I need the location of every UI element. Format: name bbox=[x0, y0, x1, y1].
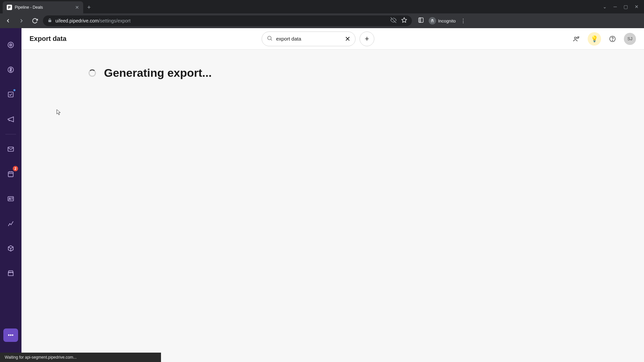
browser-back-button[interactable] bbox=[3, 15, 13, 26]
sidebar-item-deals[interactable] bbox=[4, 63, 17, 76]
lock-icon bbox=[48, 18, 52, 23]
address-bar[interactable]: uifeed.pipedrive.com/settings/export bbox=[43, 15, 412, 26]
help-button[interactable] bbox=[606, 32, 619, 46]
svg-point-13 bbox=[575, 37, 577, 39]
svg-point-11 bbox=[9, 198, 10, 199]
clear-search-icon[interactable]: ✕ bbox=[345, 35, 351, 43]
bookmark-star-icon[interactable] bbox=[401, 17, 407, 24]
svg-point-16 bbox=[612, 40, 612, 40]
tab-favicon: P bbox=[7, 5, 12, 10]
sidebar-item-campaigns[interactable] bbox=[4, 113, 17, 126]
incognito-indicator[interactable]: Incognito bbox=[429, 17, 456, 24]
notification-dot bbox=[13, 89, 15, 91]
incognito-label: Incognito bbox=[438, 18, 456, 23]
sidebar-more-button[interactable]: ••• bbox=[3, 328, 18, 342]
browser-tab-strip: P Pipeline - Deals ✕ + ⌄ ─ ▢ ✕ bbox=[0, 0, 644, 13]
quick-add-button[interactable]: + bbox=[360, 32, 374, 46]
sidebar-divider bbox=[5, 134, 16, 134]
sidebar-item-mail[interactable] bbox=[4, 142, 17, 156]
sidebar-item-leads[interactable] bbox=[4, 38, 17, 52]
window-maximize-icon[interactable]: ▢ bbox=[624, 4, 628, 9]
tab-title: Pipeline - Deals bbox=[15, 5, 72, 10]
sidebar-item-marketplace[interactable] bbox=[4, 266, 17, 280]
sidebar-item-products[interactable] bbox=[4, 242, 17, 255]
svg-marker-0 bbox=[402, 18, 407, 22]
window-close-icon[interactable]: ✕ bbox=[635, 4, 639, 9]
url-text: uifeed.pipedrive.com/settings/export bbox=[55, 18, 130, 23]
app-topbar: Export data ✕ + 💡 bbox=[21, 28, 644, 50]
chrome-menu-icon[interactable]: ⋮ bbox=[461, 18, 466, 24]
app-sidebar: 2 ••• bbox=[0, 28, 21, 362]
page-content: Generating export... bbox=[21, 50, 644, 362]
export-status-heading: Generating export... bbox=[104, 66, 212, 79]
loading-spinner-icon bbox=[89, 69, 96, 77]
svg-point-5 bbox=[10, 45, 11, 45]
sidebar-item-projects[interactable] bbox=[4, 88, 17, 101]
window-minimize-icon[interactable]: ─ bbox=[613, 4, 617, 9]
new-tab-button[interactable]: + bbox=[83, 1, 95, 13]
eye-off-icon[interactable] bbox=[390, 17, 396, 24]
svg-rect-9 bbox=[8, 172, 13, 177]
lightbulb-icon: 💡 bbox=[591, 35, 598, 43]
browser-status-bar: Waiting for api-segment.pipedrive.com... bbox=[0, 353, 161, 362]
search-input[interactable] bbox=[276, 36, 341, 42]
browser-reload-button[interactable] bbox=[30, 15, 40, 26]
plus-icon: + bbox=[365, 35, 369, 43]
incognito-icon bbox=[429, 17, 436, 24]
sidebar-item-contacts[interactable] bbox=[4, 192, 17, 205]
search-field[interactable]: ✕ bbox=[262, 32, 356, 46]
more-horizontal-icon: ••• bbox=[8, 332, 14, 338]
sales-assistant-button[interactable]: 💡 bbox=[588, 32, 601, 46]
invite-users-button[interactable] bbox=[570, 32, 583, 46]
tab-close-icon[interactable]: ✕ bbox=[75, 5, 79, 10]
svg-point-12 bbox=[268, 36, 271, 40]
search-icon bbox=[267, 35, 273, 43]
browser-tab[interactable]: P Pipeline - Deals ✕ bbox=[3, 1, 83, 13]
mouse-cursor-icon bbox=[56, 109, 61, 116]
browser-forward-button[interactable] bbox=[16, 15, 27, 26]
page-title: Export data bbox=[30, 35, 66, 43]
window-controls: ⌄ ─ ▢ ✕ bbox=[597, 0, 644, 13]
svg-rect-7 bbox=[8, 92, 13, 97]
tab-search-icon[interactable]: ⌄ bbox=[603, 4, 607, 9]
activities-badge: 2 bbox=[13, 166, 18, 171]
svg-rect-2 bbox=[420, 18, 421, 22]
sidebar-item-insights[interactable] bbox=[4, 217, 17, 230]
user-avatar[interactable]: SJ bbox=[624, 33, 636, 45]
sidebar-item-activities[interactable]: 2 bbox=[4, 167, 17, 181]
browser-toolbar: uifeed.pipedrive.com/settings/export Inc… bbox=[0, 13, 644, 28]
extensions-icon[interactable] bbox=[418, 17, 424, 24]
